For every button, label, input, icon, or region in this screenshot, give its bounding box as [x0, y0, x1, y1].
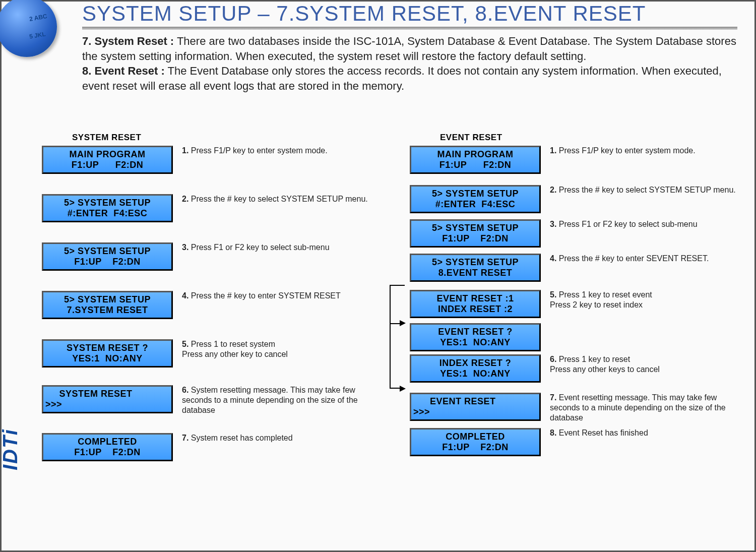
lcd-screen: 5> SYSTEM SETUP#:ENTER F4:ESC [42, 194, 173, 222]
step-text: Press the # key to enter SYSTEM RESET [188, 291, 340, 300]
step-num: 5. [550, 290, 556, 299]
arrow-icon [400, 386, 406, 392]
lcd-line2: >>> [45, 399, 171, 410]
desc-heading-8: 8. Event Reset : [82, 65, 165, 77]
system-step-2: 5> SYSTEM SETUP#:ENTER F4:ESC 2. Press t… [42, 194, 380, 222]
event-step-6b: INDEX RESET ?YES:1 NO:ANY 6. Press 1 key… [410, 354, 747, 383]
step-text: Press the # key to select SYSTEM SETUP m… [188, 195, 367, 203]
columns: SYSTEM RESET MAIN PROGRAMF1:UP F2:DN 1. … [42, 133, 747, 471]
desc-heading-7: 7. System Reset : [82, 35, 174, 47]
lcd-line2: F1:UP F2:DN [411, 233, 539, 244]
system-step-1: MAIN PROGRAMF1:UP F2:DN 1. Press F1/P ke… [42, 146, 380, 174]
step-num: 6. [182, 386, 188, 394]
system-step-6: SYSTEM RESET>>> 6. System resetting mess… [42, 385, 380, 415]
lcd-line2: F1:UP F2:DN [43, 160, 171, 170]
lcd-screen: MAIN PROGRAMF1:UP F2:DN [42, 146, 173, 174]
step-text: Press the # key to select SYSTEM SETUP m… [556, 186, 735, 194]
lcd-line2: F1:UP F2:DN [43, 257, 171, 267]
lcd-line2: 8.EVENT RESET [411, 268, 539, 278]
step-caption: 1. Press F1/P key to enter system mode. [550, 146, 696, 156]
step-num: 2. [550, 186, 556, 194]
step-caption: 2. Press the # key to select SYSTEM SETU… [182, 194, 368, 204]
step-caption: 4. Press the # key to enter SYSTEM RESET [182, 291, 341, 301]
step-num: 1. [550, 146, 556, 155]
event-step-5: EVENT RESET :1INDEX RESET :2 5. Press 1 … [410, 290, 747, 318]
lcd-line2: F1:UP F2:DN [411, 442, 539, 453]
desc-text-7: There are two databases inside the ISC-1… [82, 35, 736, 63]
lcd-screen: EVENT RESET ?YES:1 NO:ANY [410, 323, 541, 351]
step-num: 3. [182, 243, 188, 252]
step-num: 4. [550, 254, 556, 263]
title-underline [82, 27, 737, 30]
step-caption: 1. Press F1/P key to enter system mode. [182, 146, 328, 156]
corner-graphic: 2 ABC 5 JKL [2, 2, 72, 72]
lcd-line1: SYSTEM RESET [45, 389, 171, 399]
event-step-6a: EVENT RESET ?YES:1 NO:ANY [410, 323, 747, 351]
step-caption: 5. Press 1 key to reset event Press 2 ke… [550, 290, 652, 310]
step-num: 3. [550, 220, 556, 228]
lcd-line1: 5> SYSTEM SETUP [411, 189, 539, 199]
step-caption: 5. Press 1 to reset system Press any oth… [182, 339, 288, 359]
step-text: Event resetting message. This may take f… [550, 393, 726, 422]
system-step-4: 5> SYSTEM SETUP7.SYSTEM RESET 4. Press t… [42, 291, 380, 319]
step-caption: 4. Press the # key to enter SEVENT RESET… [550, 254, 709, 264]
lcd-line2: 7.SYSTEM RESET [43, 305, 171, 316]
event-reset-column: EVENT RESET MAIN PROGRAMF1:UP F2:DN 1. P… [410, 133, 747, 471]
step-text: Press F1/P key to enter system mode. [556, 146, 695, 155]
desc-text-8: The Event Database only stores the acces… [82, 65, 722, 92]
event-step-7: EVENT RESET>>> 7. Event resetting messag… [410, 393, 747, 423]
step-num: 4. [182, 291, 188, 300]
system-step-5: SYSTEM RESET ?YES:1 NO:ANY 5. Press 1 to… [42, 339, 380, 367]
lcd-screen: 5> SYSTEM SETUP8.EVENT RESET [410, 254, 541, 282]
event-step-4: 5> SYSTEM SETUP8.EVENT RESET 4. Press th… [410, 254, 747, 282]
step-text: Press 1 to reset system Press any other … [182, 340, 288, 358]
lcd-line1: COMPLETED [43, 437, 171, 447]
step-num: 2. [182, 195, 188, 203]
lcd-screen: COMPLETEDF1:UP F2:DN [42, 433, 173, 461]
lcd-line1: 5> SYSTEM SETUP [411, 223, 539, 233]
system-reset-heading: SYSTEM RESET [72, 133, 380, 143]
step-caption: 7. System reset has completed [182, 433, 293, 443]
lcd-line2: F1:UP F2:DN [411, 160, 539, 170]
lcd-screen: 5> SYSTEM SETUP7.SYSTEM RESET [42, 291, 173, 319]
step-caption: 8. Event Reset has finished [550, 428, 648, 438]
event-step-3: 5> SYSTEM SETUPF1:UP F2:DN 3. Press F1 o… [410, 219, 747, 248]
event-reset-heading: EVENT RESET [440, 133, 747, 143]
step-caption: 6. System resetting message. This may ta… [182, 385, 368, 415]
step-num: 8. [550, 428, 556, 437]
step-text: Press 1 key to reset event Press 2 key t… [550, 290, 652, 309]
lcd-line1: MAIN PROGRAM [411, 149, 539, 160]
lcd-line1: COMPLETED [411, 432, 539, 442]
lcd-line2: YES:1 NO:ANY [411, 369, 539, 379]
lcd-line1: EVENT RESET [413, 396, 539, 407]
lcd-screen: SYSTEM RESET>>> [42, 385, 173, 413]
step-num: 5. [182, 340, 188, 348]
step-caption: 2. Press the # key to select SYSTEM SETU… [550, 185, 736, 195]
lcd-line1: 5> SYSTEM SETUP [43, 198, 171, 208]
lcd-screen: MAIN PROGRAMF1:UP F2:DN [410, 146, 541, 174]
step-caption: 6. Press 1 key to reset Press any other … [550, 354, 660, 375]
step-caption: 3. Press F1 or F2 key to select sub-menu [182, 242, 330, 253]
lcd-line2: YES:1 NO:ANY [411, 337, 539, 348]
lcd-line2: YES:1 NO:ANY [43, 353, 171, 364]
lcd-line1: EVENT RESET ? [411, 327, 539, 337]
event-step-1: MAIN PROGRAMF1:UP F2:DN 1. Press F1/P ke… [410, 146, 747, 174]
lcd-line1: 5> SYSTEM SETUP [43, 294, 171, 305]
step-text: Press F1 or F2 key to select sub-menu [188, 243, 329, 252]
step-text: Press 1 key to reset Press any other key… [550, 355, 660, 374]
lcd-line1: SYSTEM RESET ? [43, 343, 171, 353]
system-step-7: COMPLETEDF1:UP F2:DN 7. System reset has… [42, 433, 380, 461]
lcd-screen: EVENT RESET :1INDEX RESET :2 [410, 290, 541, 318]
step-num: 7. [550, 393, 556, 402]
lcd-line1: MAIN PROGRAM [43, 149, 171, 160]
step-text: Press the # key to enter SEVENT RESET. [556, 254, 709, 263]
lcd-screen: 5> SYSTEM SETUPF1:UP F2:DN [42, 242, 173, 271]
arrow-icon [400, 320, 406, 326]
lcd-screen: EVENT RESET>>> [410, 393, 541, 421]
lcd-screen: 5> SYSTEM SETUP#:ENTER F4:ESC [410, 185, 541, 213]
lcd-screen: SYSTEM RESET ?YES:1 NO:ANY [42, 339, 173, 367]
lcd-line1: 5> SYSTEM SETUP [43, 246, 171, 257]
step-caption: 3. Press F1 or F2 key to select sub-menu [550, 219, 698, 229]
lcd-line2: F1:UP F2:DN [43, 447, 171, 458]
bracket-connector [390, 323, 405, 389]
